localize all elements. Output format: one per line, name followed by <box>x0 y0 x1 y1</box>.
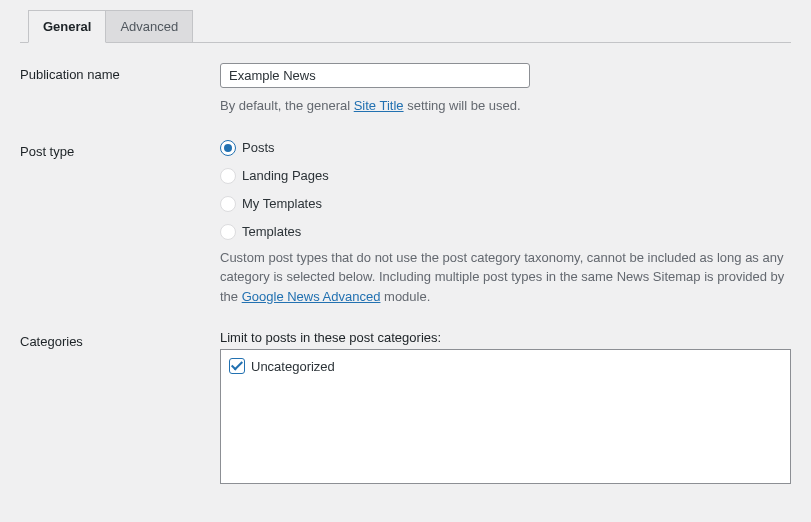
radio-input-landing-pages <box>220 168 236 184</box>
tab-bar: General Advanced <box>20 10 791 43</box>
post-type-row: Post type Posts Landing Pages My Templat… <box>20 140 791 307</box>
checkbox-label-uncategorized: Uncategorized <box>251 359 335 374</box>
radio-input-my-templates <box>220 196 236 212</box>
radio-label-my-templates: My Templates <box>242 196 322 211</box>
categories-label: Categories <box>20 330 220 349</box>
publication-help-text: By default, the general Site Title setti… <box>220 96 791 116</box>
radio-input-templates <box>220 224 236 240</box>
checkbox-uncategorized[interactable] <box>229 358 245 374</box>
post-type-radio-group: Posts Landing Pages My Templates Templat… <box>220 140 791 240</box>
publication-name-input[interactable] <box>220 63 530 88</box>
radio-input-posts[interactable] <box>220 140 236 156</box>
site-title-link[interactable]: Site Title <box>354 98 404 113</box>
tab-advanced[interactable]: Advanced <box>106 10 193 43</box>
google-news-advanced-link[interactable]: Google News Advanced <box>242 289 381 304</box>
post-type-help-text: Custom post types that do not use the po… <box>220 248 791 307</box>
radio-templates: Templates <box>220 224 791 240</box>
categories-sublabel: Limit to posts in these post categories: <box>220 330 791 345</box>
radio-label-posts: Posts <box>242 140 275 155</box>
post-type-label: Post type <box>20 140 220 159</box>
radio-label-landing-pages: Landing Pages <box>242 168 329 183</box>
radio-landing-pages: Landing Pages <box>220 168 791 184</box>
radio-my-templates: My Templates <box>220 196 791 212</box>
publication-name-label: Publication name <box>20 63 220 82</box>
radio-label-templates: Templates <box>242 224 301 239</box>
publication-name-row: Publication name By default, the general… <box>20 63 791 116</box>
category-uncategorized[interactable]: Uncategorized <box>229 358 782 374</box>
tab-general[interactable]: General <box>28 10 106 43</box>
categories-listbox[interactable]: Uncategorized <box>220 349 791 484</box>
radio-posts[interactable]: Posts <box>220 140 791 156</box>
categories-row: Categories Limit to posts in these post … <box>20 330 791 484</box>
